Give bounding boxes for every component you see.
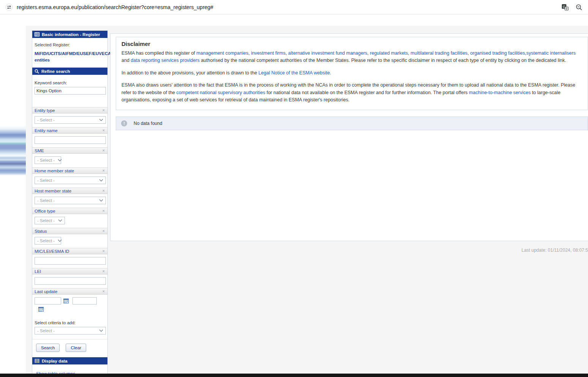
chevron-down-icon [58,219,62,222]
keyword-search-input[interactable] [35,87,106,95]
page-body: Basic information - Register Selected Re… [0,14,588,374]
selected-register-link[interactable]: MiFID/UCITS/AIFMD/EUSEF/EUVECA entities [35,50,115,63]
chevron-down-icon [99,330,103,332]
disclaimer-link[interactable]: systematic internalisers [527,50,576,56]
remove-filter-icon[interactable]: × [102,169,105,173]
disclaimer-link[interactable]: regulated markets [370,50,408,56]
search-button[interactable]: Search [36,344,60,352]
remove-filter-icon[interactable]: × [102,128,105,133]
disclaimer-link[interactable]: management companies [196,50,248,56]
refine-search-title: Refine search [41,69,70,74]
url-text[interactable]: registers.esma.europa.eu/publication/sea… [17,4,213,10]
last-update-to-calendar-icon[interactable] [38,307,44,312]
filter-host-member-state: Host member state×- Select - [32,188,107,208]
last-update-timestamp: Last update: 01/11/2024, 08:07:5 [522,248,588,253]
search-sidebar: Basic information - Register Selected Re… [32,30,108,377]
keyword-search-label: Keyword search: [35,80,105,85]
entity-type-select[interactable]: - Select - [35,116,106,124]
disclaimer-link[interactable]: competent national supervisory authoriti… [177,90,265,95]
chevron-down-icon [99,119,103,121]
clear-button[interactable]: Clear [66,344,86,352]
disclaimer-title: Disclaimer [121,41,581,47]
last-update-from-calendar-icon[interactable] [63,298,69,303]
register-icon [35,32,39,36]
filter-entity-type: Entity type×- Select - [32,107,107,127]
criteria-select[interactable]: - Select - [35,327,106,334]
display-data-header: Display data [32,357,107,364]
decorative-stripes [0,125,26,175]
disclaimer-link[interactable]: data reporting services providers [131,58,199,63]
chevron-down-icon [99,199,103,202]
criteria-label: Select criteria to add: [35,320,105,325]
last-update-from-input[interactable] [35,297,61,304]
chevron-down-icon [58,240,62,242]
filter-entity-name: Entity name× [32,127,107,147]
no-data-alert: ! No data found [116,117,588,130]
disclaimer-link[interactable]: Legal Notice of the ESMA website. [259,70,331,76]
remove-filter-icon[interactable]: × [102,229,105,233]
disclaimer-link[interactable]: investment firms [251,50,285,56]
translate-icon[interactable]: G [561,4,569,11]
refine-search-header: Refine search [32,68,107,75]
no-data-text: No data found [134,121,162,126]
disclaimer-link[interactable]: machine-to-machine services [469,90,531,95]
basic-information-header: Basic information - Register [32,31,107,38]
table-icon [35,359,39,363]
filter-sme: SME×- Select - [32,147,107,167]
disclaimer-link[interactable]: organised trading facilities [470,50,525,56]
remove-filter-icon[interactable]: × [102,249,105,253]
filter-lei: LEI× [32,268,107,288]
filter-mic-lei-esma-id: MIC/LEI/ESMA ID× [32,248,107,268]
remove-filter-icon[interactable]: × [102,108,105,112]
results-panel: Disclaimer ESMA has compiled this regist… [110,33,588,241]
remove-filter-icon[interactable]: × [102,269,105,273]
filter-status: Status×- Select - [32,228,107,248]
remove-filter-icon[interactable]: × [102,289,105,293]
remove-filter-icon[interactable]: × [102,189,105,193]
filter-list: Entity type×- Select -Entity name×SME×- … [32,107,107,317]
info-icon: ! [121,120,127,126]
search-icon [35,69,39,74]
disclaimer-paragraph: ESMA also draws users' attention to the … [121,82,581,104]
remove-filter-icon[interactable]: × [102,148,105,153]
last-update-to-input[interactable] [73,297,97,304]
disclaimer-link[interactable]: alternative investment fund managers [288,50,367,56]
host-member-state-select[interactable]: - Select - [35,197,106,204]
sme-select[interactable]: - Select - [35,156,61,164]
disclaimer-link[interactable]: multilateral trading facilities [411,50,468,56]
status-select[interactable]: - Select - [35,237,61,244]
disclaimer-paragraph: ESMA has compiled this register of manag… [121,50,581,65]
chevron-down-icon [58,159,62,161]
office-type-select[interactable]: - Select - [35,217,65,224]
browser-address-bar: registers.esma.europa.eu/publication/sea… [0,0,588,14]
bottom-black-bar [0,374,588,377]
selected-register-label: Selected Register: [35,43,105,47]
lei-input[interactable] [35,277,106,285]
mic-lei-esma-id-input[interactable] [35,257,106,265]
filter-office-type: Office type×- Select - [32,208,107,228]
remove-filter-icon[interactable]: × [102,209,105,213]
entity-name-input[interactable] [35,136,106,144]
display-data-title: Display data [42,359,68,363]
disclaimer-section: Disclaimer ESMA has compiled this regist… [116,37,588,110]
basic-information-title: Basic information - Register [42,32,100,37]
site-settings-icon[interactable] [5,3,13,11]
disclaimer-paragraphs: ESMA has compiled this register of manag… [121,50,581,104]
filter-last-update: Last update× [32,288,107,317]
home-member-state-select[interactable]: - Select - [35,177,106,184]
zoom-out-icon[interactable] [575,4,583,11]
filter-home-member-state: Home member state×- Select - [32,167,107,188]
disclaimer-paragraph: In addition to the above provisions, you… [121,69,581,77]
chevron-down-icon [99,179,103,181]
